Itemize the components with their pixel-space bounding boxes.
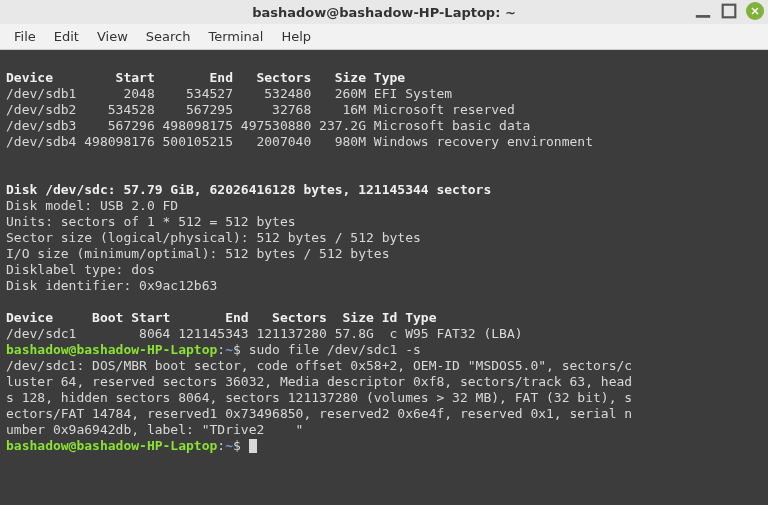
table-header: Device Boot Start End Sectors Size Id Ty… [6, 310, 436, 325]
prompt-user: bashadow@bashadow-HP-Laptop [6, 342, 217, 357]
svg-rect-1 [723, 5, 736, 18]
window-title: bashadow@bashadow-HP-Laptop: ~ [0, 5, 768, 20]
minimize-icon [694, 2, 712, 20]
output-line: ectors/FAT 14784, reserved1 0x73496850, … [6, 406, 632, 421]
command-text: sudo file /dev/sdc1 -s [249, 342, 421, 357]
close-icon [750, 6, 760, 16]
window-controls [694, 2, 764, 20]
maximize-icon [720, 2, 738, 20]
prompt-dollar: $ [233, 438, 249, 453]
minimize-button[interactable] [694, 2, 712, 20]
maximize-button[interactable] [720, 2, 738, 20]
output-line: Disk identifier: 0x9ac12b63 [6, 278, 217, 293]
output-line: Disk model: USB 2.0 FD [6, 198, 225, 213]
table-row: /dev/sdb2 534528 567295 32768 16M Micros… [6, 102, 515, 117]
table-row: /dev/sdb3 567296 498098175 497530880 237… [6, 118, 530, 133]
table-row: /dev/sdb1 2048 534527 532480 260M EFI Sy… [6, 86, 452, 101]
cursor [249, 439, 257, 453]
table-row: /dev/sdb4 498098176 500105215 2007040 98… [6, 134, 593, 149]
titlebar: bashadow@bashadow-HP-Laptop: ~ [0, 0, 768, 24]
output-line: Sector size (logical/physical): 512 byte… [6, 230, 421, 245]
prompt-path: ~ [225, 438, 233, 453]
output-line: Units: sectors of 1 * 512 = 512 bytes [6, 214, 296, 229]
output-line: Disklabel type: dos [6, 262, 155, 277]
menubar: File Edit View Search Terminal Help [0, 24, 768, 50]
menu-file[interactable]: File [6, 26, 44, 47]
terminal-output[interactable]: Device Start End Sectors Size Type /dev/… [0, 50, 768, 505]
output-line: luster 64, reserved sectors 36032, Media… [6, 374, 632, 389]
prompt-colon: : [217, 342, 225, 357]
menu-view[interactable]: View [89, 26, 136, 47]
prompt-user: bashadow@bashadow-HP-Laptop [6, 438, 217, 453]
table-header: Device Start End Sectors Size Type [6, 70, 405, 85]
table-row: /dev/sdc1 8064 121145343 121137280 57.8G… [6, 326, 523, 341]
menu-edit[interactable]: Edit [46, 26, 87, 47]
terminal-window: bashadow@bashadow-HP-Laptop: ~ File Edit… [0, 0, 768, 505]
prompt-colon: : [217, 438, 225, 453]
prompt-path: ~ [225, 342, 233, 357]
close-button[interactable] [746, 2, 764, 20]
output-line: s 128, hidden sectors 8064, sectors 1211… [6, 390, 632, 405]
output-line: I/O size (minimum/optimal): 512 bytes / … [6, 246, 390, 261]
disk-header: Disk /dev/sdc: 57.79 GiB, 62026416128 by… [6, 182, 491, 197]
output-line: /dev/sdc1: DOS/MBR boot sector, code off… [6, 358, 632, 373]
output-line: umber 0x9a6942db, label: "TDrive2 " [6, 422, 303, 437]
prompt-dollar: $ [233, 342, 249, 357]
menu-search[interactable]: Search [138, 26, 199, 47]
menu-terminal[interactable]: Terminal [200, 26, 271, 47]
menu-help[interactable]: Help [273, 26, 319, 47]
